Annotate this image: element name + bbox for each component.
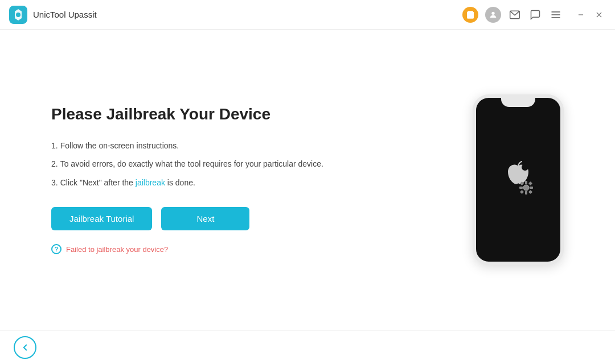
left-section: Please Jailbreak Your Device 1. Follow t…	[51, 105, 347, 254]
phone-icon-area	[495, 157, 541, 202]
instructions-list: 1. Follow the on-screen instructions. 2.…	[51, 139, 347, 189]
svg-rect-20	[528, 190, 532, 194]
buttons-row: Jailbreak Tutorial Next	[51, 207, 347, 230]
back-button[interactable]	[14, 336, 36, 359]
phone-frame	[473, 94, 564, 265]
app-icon	[9, 6, 27, 24]
svg-rect-18	[528, 181, 532, 185]
close-button[interactable]	[592, 8, 606, 22]
svg-rect-13	[525, 181, 527, 184]
instruction-2: 2. To avoid errors, do exactly what the …	[51, 158, 347, 170]
next-button[interactable]: Next	[161, 207, 249, 230]
svg-point-11	[522, 164, 528, 171]
svg-rect-16	[530, 187, 533, 189]
right-section	[473, 94, 564, 265]
title-bar-right	[462, 7, 606, 23]
instruction-3: 3. Click "Next" after the jailbreak is d…	[51, 176, 347, 189]
page-title: Please Jailbreak Your Device	[51, 105, 347, 123]
instruction-1: 1. Follow the on-screen instructions.	[51, 139, 347, 152]
mail-icon[interactable]	[508, 8, 522, 22]
minimize-button[interactable]	[574, 8, 588, 22]
title-bar-left: UnicTool Upassit	[9, 6, 97, 24]
chat-icon[interactable]	[528, 8, 542, 22]
content-area: Please Jailbreak Your Device 1. Follow t…	[51, 94, 564, 265]
bottom-bar	[0, 330, 615, 364]
svg-rect-15	[519, 187, 523, 189]
svg-rect-14	[525, 191, 527, 195]
failed-link-text: Failed to jailbreak your device?	[66, 245, 168, 254]
svg-point-12	[523, 185, 529, 191]
svg-point-3	[491, 11, 494, 14]
svg-rect-19	[520, 190, 524, 194]
title-bar: UnicTool Upassit	[0, 0, 615, 30]
failed-link[interactable]: ? Failed to jailbreak your device?	[51, 244, 347, 254]
svg-point-1	[16, 13, 20, 17]
jailbreak-tutorial-button[interactable]: Jailbreak Tutorial	[51, 207, 152, 230]
user-icon[interactable]	[485, 7, 501, 23]
phone-inner	[476, 98, 560, 262]
app-title: UnicTool Upassit	[33, 10, 97, 19]
apple-gear-icon	[495, 157, 541, 202]
main-content: Please Jailbreak Your Device 1. Follow t…	[0, 30, 615, 330]
cart-icon[interactable]	[462, 7, 478, 23]
phone-notch	[501, 98, 535, 107]
window-controls	[574, 8, 606, 22]
question-icon: ?	[51, 244, 62, 254]
menu-icon[interactable]	[549, 8, 563, 22]
